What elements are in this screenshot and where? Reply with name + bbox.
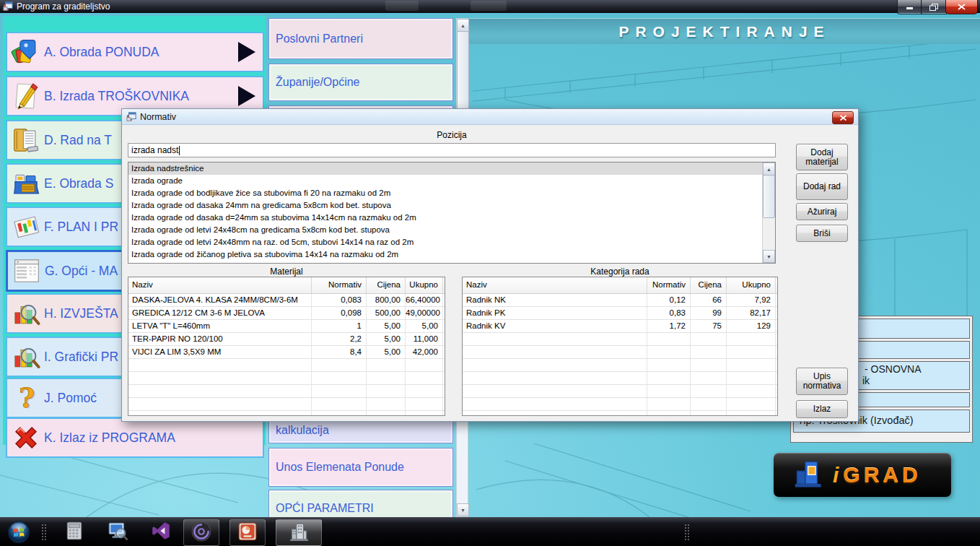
normativ-dialog: Normativ Pozicija izrada nadst Izrada na… [121, 108, 859, 422]
search-text: izrada nadst [131, 145, 178, 155]
column-header[interactable]: Naziv [463, 277, 647, 293]
azuriraj-button[interactable]: Ažuriraj [796, 203, 848, 220]
form-icon [12, 256, 42, 286]
list-item[interactable]: Izrada ograde od letvi 24x48cm na gredic… [128, 224, 775, 236]
table-row[interactable]: Radnik PK0,839982,17 [463, 307, 777, 320]
building-app-icon [288, 521, 310, 545]
middle-button-label: Županije/Općine [276, 76, 360, 89]
middle-button-5[interactable]: Unos Elemenata Ponude [268, 448, 453, 487]
table-row[interactable]: GREDICA 12/12 CM 3-6 M JELOVA0,098500,00… [128, 307, 445, 320]
column-header[interactable]: Normativ [647, 277, 691, 293]
logo-i-text: i [833, 463, 839, 488]
minimize-button[interactable] [897, 0, 922, 14]
taskbar-app-visualstudio-icon[interactable] [147, 519, 175, 545]
column-header[interactable]: Normativ [312, 277, 367, 293]
materijal-table[interactable]: NazivNormativCijenaUkupnoDASKA-JELOVA 4.… [128, 277, 445, 416]
pozicija-search-input[interactable]: izrada nadst [128, 143, 776, 157]
close-button[interactable] [945, 0, 978, 14]
maximize-button[interactable] [921, 0, 947, 14]
list-item[interactable]: Izrada ograde [128, 175, 775, 187]
list-item[interactable]: Izrada ograde od bodljikave žice sa stub… [128, 187, 775, 199]
middle-button-2[interactable]: Županije/Općine [268, 64, 453, 101]
pozicija-listbox[interactable]: Izrada nadstrešniceIzrada ogradeIzrada o… [128, 162, 776, 264]
kategorija-rada-table[interactable]: NazivNormativCijenaUkupnoRadnik NK0,1266… [462, 277, 778, 416]
dialog-window-icon [126, 112, 136, 122]
upis-normativa-button[interactable]: Upis normativa [796, 368, 848, 395]
table-row [463, 398, 777, 411]
sidebar-item-label: E. Obrada S [44, 176, 113, 191]
dodaj-materijal-button[interactable]: Dodaj materijal [796, 144, 848, 170]
sidebar-item-label: K. Izlaz iz PROGRAMA [44, 430, 175, 446]
sidebar-item-label: J. Pomoć [44, 391, 97, 406]
table-row[interactable]: Radnik KV1,7275129 [463, 320, 777, 333]
izlaz-button[interactable]: Izlaz [796, 400, 848, 418]
info-row-text: - OSNOVNA [865, 363, 969, 375]
window-title: Program za graditeljstvo [17, 1, 110, 12]
dialog-titlebar[interactable]: Normativ [122, 109, 858, 125]
logo-grad-text: GRAD [843, 463, 921, 488]
sidebar-item-label: F. PLAN I PR [44, 220, 118, 235]
table-row [128, 411, 445, 416]
table-row[interactable]: VIJCI ZA LIM 3,5X9 MM8,45,0042,000 [128, 346, 445, 359]
middle-button-1[interactable]: Poslovni Partneri [268, 18, 453, 59]
list-item[interactable]: Izrada ograde od žičanog pletiva sa stub… [128, 248, 775, 261]
sidebar-item-label: G. Opći - MA [45, 264, 118, 279]
dialog-close-button[interactable] [832, 111, 854, 124]
sidebar-item-label: B. Izrada TROŠKOVNIKA [44, 89, 189, 104]
table-row[interactable]: LETVA "T" L=460mm15,005,00 [128, 320, 445, 333]
table-row[interactable]: DASKA-JELOVA 4. KLASA 24MM/8CM/3-6M0,083… [128, 294, 445, 307]
sidebar-item-label: D. Rad na T [44, 133, 112, 148]
middle-button-label: Poslovni Partneri [276, 32, 363, 46]
binder-icon [11, 125, 41, 155]
brisi-button[interactable]: Briši [796, 225, 848, 242]
taskbar-app-powerpoint-icon[interactable] [229, 519, 266, 546]
column-header[interactable]: Cijena [691, 277, 727, 293]
desktop: Program za graditeljstvo [0, 0, 980, 546]
info-row-text: ik [862, 375, 969, 386]
igrad-building-icon [792, 458, 826, 493]
list-item[interactable]: Izrada nadstrešnice [128, 162, 775, 175]
scroll-thumb[interactable] [763, 175, 775, 218]
sidebar-item-j[interactable]: K. Izlaz iz PROGRAMA [6, 417, 264, 458]
scroll-up-button[interactable]: ▲ [457, 19, 469, 32]
middle-button-label: kalkulacija [276, 424, 329, 437]
taskbar-app-bittorrent-icon[interactable] [183, 519, 219, 546]
column-header[interactable]: Cijena [367, 277, 406, 293]
question-icon: ?? [11, 383, 41, 413]
list-item[interactable]: Izrada ograde od letvi 24x48mm na raz. o… [128, 236, 775, 248]
background-window-glass [471, 1, 507, 11]
sidebar-item-a[interactable]: A. Obrada PONUDA [6, 32, 264, 72]
column-header[interactable]: Ukupno [727, 277, 776, 293]
taskbar-app-search-desktop-icon[interactable] [104, 519, 131, 545]
chart-magnifier-icon [11, 298, 41, 329]
search-desktop-icon [107, 520, 128, 545]
window-titlebar: Program za graditeljstvo [0, 0, 980, 13]
middle-button-label: OPĆI PARAMETRI [276, 502, 374, 515]
dodaj-rad-button[interactable]: Dodaj rad [796, 173, 848, 200]
list-item[interactable]: Izrada ograde od dasaka d=24mm sa stubov… [128, 212, 775, 224]
kategorija-rada-caption: Kategorija rada [462, 266, 778, 277]
bittorrent-icon [191, 521, 212, 545]
list-item[interactable]: Izrada ograde od dasaka 24mm na gredicam… [128, 199, 775, 212]
register-icon [11, 168, 41, 199]
start-button[interactable] [4, 519, 33, 545]
taskbar-separator [41, 524, 48, 541]
taskbar-app-calculator-app-icon[interactable] [61, 519, 88, 545]
table-row [463, 346, 777, 359]
taskbar-app-building-app-icon[interactable] [276, 519, 322, 546]
table-row[interactable]: TER-PAPIR NO 120/1002,25,0011,000 [128, 333, 445, 346]
column-header[interactable]: Ukupno [406, 277, 443, 293]
scroll-up-button[interactable]: ▲ [763, 162, 775, 176]
column-header[interactable]: Naziv [128, 277, 312, 293]
scroll-down-button[interactable]: ▼ [763, 250, 775, 263]
listbox-scrollbar[interactable]: ▲ ▼ [762, 162, 775, 263]
materijal-caption: Materijal [128, 266, 445, 277]
plan-icon [11, 212, 41, 242]
table-row[interactable]: Radnik NK0,12667,92 [463, 294, 777, 307]
pozicija-label: Pozicija [128, 130, 776, 140]
taskbar-separator [684, 524, 691, 541]
submenu-arrow-icon [238, 86, 255, 106]
scroll-down-button[interactable]: ▼ [457, 503, 469, 516]
table-header-row: NazivNormativCijenaUkupno [463, 277, 777, 294]
middle-button-label: Unos Elemenata Ponude [276, 461, 404, 474]
